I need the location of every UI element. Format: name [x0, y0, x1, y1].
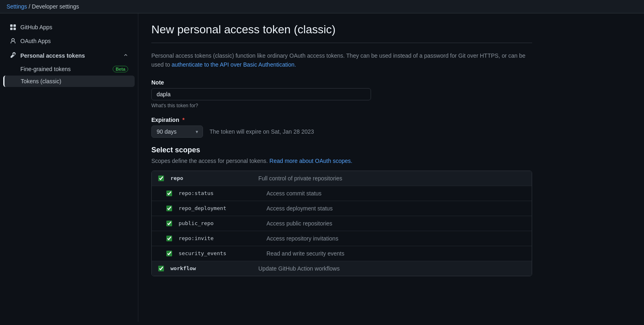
- scope-checkbox-workflow[interactable]: [158, 266, 164, 271]
- breadcrumb-developer: Developer settings: [32, 3, 79, 10]
- top-bar: Settings / Developer settings: [0, 0, 644, 13]
- note-input[interactable]: [151, 88, 371, 100]
- sidebar-item-github-apps[interactable]: GitHub Apps: [3, 21, 135, 34]
- scopes-description-text: Scopes define the access for personal to…: [151, 158, 269, 164]
- scope-name-repo-invite: repo:invite: [179, 235, 260, 241]
- sidebar-tokens-classic-label: Tokens (classic): [21, 78, 61, 84]
- scopes-table: repo Full control of private repositorie…: [151, 171, 532, 276]
- scope-row-repo-invite: repo:invite Access repository invitation…: [152, 231, 532, 246]
- sidebar-sub-item-fine-grained[interactable]: Fine-grained tokens Beta: [3, 63, 135, 75]
- sidebar: GitHub Apps OAuth Apps Personal access t…: [0, 13, 138, 322]
- scope-checkbox-public-repo[interactable]: [166, 221, 172, 226]
- sidebar-section-tokens-header[interactable]: Personal access tokens: [3, 48, 135, 63]
- scope-desc-security-events: Read and write security events: [266, 250, 344, 257]
- scope-row-workflow: workflow Update GitHub Action workflows: [152, 261, 532, 276]
- expiration-row: 7 days 30 days 60 days 90 days Custom No…: [151, 126, 532, 138]
- chevron-up-icon: [123, 52, 128, 59]
- expiration-label: Expiration *: [151, 117, 532, 123]
- scope-checkbox-security-events[interactable]: [166, 251, 172, 256]
- scope-name-public-repo: public_repo: [179, 220, 260, 226]
- main-content: New personal access token (classic) Pers…: [138, 13, 545, 322]
- description-link[interactable]: authenticate to the API over Basic Authe…: [172, 61, 296, 68]
- description: Personal access tokens (classic) functio…: [151, 51, 532, 69]
- divider: [151, 43, 532, 43]
- scope-checkbox-repo-invite[interactable]: [166, 236, 172, 241]
- scope-desc-repo-invite: Access repository invitations: [266, 235, 338, 242]
- sidebar-sub-item-tokens-classic[interactable]: Tokens (classic): [3, 76, 135, 87]
- note-hint: What's this token for?: [151, 103, 532, 108]
- expiration-select-wrapper: 7 days 30 days 60 days 90 days Custom No…: [151, 126, 203, 138]
- sidebar-personal-access-tokens-label: Personal access tokens: [20, 52, 85, 59]
- scope-desc-workflow: Update GitHub Action workflows: [258, 265, 340, 272]
- scope-name-repo-deployment: repo_deployment: [179, 205, 260, 211]
- expiration-select[interactable]: 7 days 30 days 60 days 90 days Custom No…: [151, 126, 203, 138]
- scope-desc-repo-deployment: Access deployment status: [266, 205, 333, 212]
- beta-badge: Beta: [113, 66, 128, 72]
- scope-desc-repo-status: Access commit status: [266, 190, 321, 197]
- scope-desc-public-repo: Access public repositories: [266, 220, 332, 227]
- scope-name-workflow: workflow: [170, 265, 252, 271]
- scope-name-repo: repo: [170, 175, 252, 181]
- scopes-description: Scopes define the access for personal to…: [151, 158, 532, 164]
- scope-checkbox-repo-status[interactable]: [166, 191, 172, 196]
- grid-icon: [10, 24, 16, 30]
- expiration-info: The token will expire on Sat, Jan 28 202…: [210, 128, 314, 135]
- scope-checkbox-repo[interactable]: [158, 176, 164, 181]
- required-star: *: [182, 117, 184, 123]
- breadcrumb-settings[interactable]: Settings: [7, 3, 27, 10]
- sidebar-section-tokens: Personal access tokens Fine-grained toke…: [0, 48, 138, 87]
- sidebar-item-github-apps-label: GitHub Apps: [20, 24, 52, 30]
- scope-row-public-repo: public_repo Access public repositories: [152, 216, 532, 231]
- scopes-section: Select scopes Scopes define the access f…: [151, 146, 532, 276]
- scopes-link[interactable]: Read more about OAuth scopes.: [269, 158, 352, 164]
- sidebar-item-oauth-apps-label: OAuth Apps: [20, 38, 51, 44]
- scope-name-repo-status: repo:status: [179, 190, 260, 196]
- sidebar-item-oauth-apps[interactable]: OAuth Apps: [3, 35, 135, 48]
- scopes-title: Select scopes: [151, 146, 532, 154]
- breadcrumb: Settings / Developer settings: [7, 3, 79, 10]
- scope-row-repo-status: repo:status Access commit status: [152, 186, 532, 201]
- scope-row-security-events: security_events Read and write security …: [152, 246, 532, 261]
- note-label: Note: [151, 79, 532, 86]
- sidebar-fine-grained-label: Fine-grained tokens: [20, 66, 71, 72]
- scope-checkbox-repo-deployment[interactable]: [166, 206, 172, 211]
- scope-name-security-events: security_events: [179, 250, 260, 256]
- person-icon: [10, 38, 16, 44]
- scope-row-repo-deployment: repo_deployment Access deployment status: [152, 201, 532, 216]
- layout: GitHub Apps OAuth Apps Personal access t…: [0, 13, 644, 322]
- expiration-form-group: Expiration * 7 days 30 days 60 days 90 d…: [151, 117, 532, 138]
- scope-desc-repo: Full control of private repositories: [258, 175, 342, 182]
- scope-row-repo: repo Full control of private repositorie…: [152, 171, 532, 186]
- page-title: New personal access token (classic): [151, 23, 532, 36]
- key-icon: [10, 52, 16, 59]
- note-form-group: Note What's this token for?: [151, 79, 532, 108]
